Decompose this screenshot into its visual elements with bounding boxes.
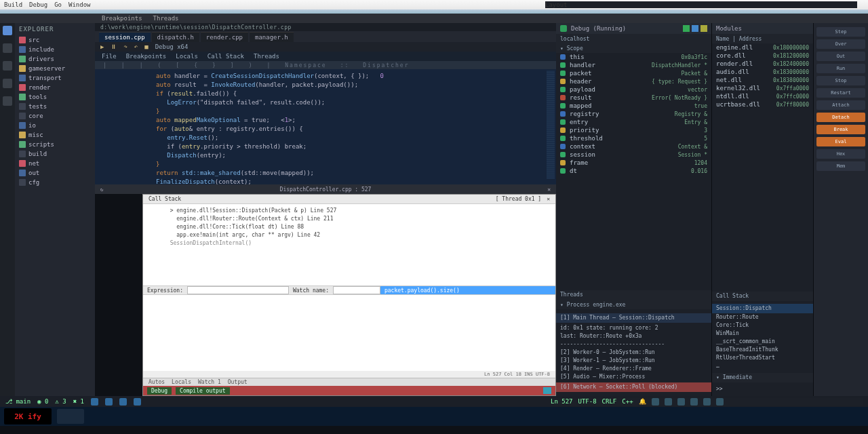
language-mode[interactable]: C++ — [622, 398, 633, 406]
errors-indicator[interactable]: ✖ 1 — [73, 398, 84, 405]
status-icon[interactable] — [665, 398, 672, 406]
status-icon[interactable] — [91, 398, 98, 406]
close-icon[interactable]: ✕ — [547, 186, 551, 193]
tab[interactable]: manager.h — [250, 32, 294, 42]
watch-input[interactable] — [333, 286, 380, 294]
folder-item[interactable]: misc — [15, 130, 95, 140]
encoding[interactable]: UTF-8 — [578, 398, 597, 406]
debug-action-button[interactable]: Over — [816, 39, 865, 49]
debug-action-button[interactable]: Eval — [816, 137, 865, 146]
status-icon[interactable] — [716, 398, 724, 406]
view-toggles[interactable] — [683, 25, 707, 32]
subitem[interactable]: Call Stack — [208, 53, 244, 60]
panel-tab[interactable]: Output — [228, 379, 248, 385]
callstack-header[interactable]: Call Stack — [712, 292, 813, 301]
folder-item[interactable]: src — [15, 35, 95, 45]
task-chip[interactable]: Debug — [147, 387, 172, 395]
menuitem-threads[interactable]: Threads — [153, 15, 179, 22]
variables-tree[interactable]: this0x0a3f1chandlerDispatchHandler *pack… — [556, 53, 711, 290]
status-icon[interactable] — [677, 398, 685, 406]
threads-list[interactable]: [1] Main Thread — Session::Dispatch id: … — [556, 309, 711, 396]
folder-item[interactable]: gameserver — [15, 64, 95, 73]
status-icon[interactable] — [134, 398, 141, 406]
output-area[interactable] — [143, 295, 555, 371]
warnings-indicator[interactable]: ⚠ 3 — [55, 398, 66, 405]
scope-toggle[interactable]: ▾ Scope — [560, 45, 583, 52]
notifications-icon[interactable]: 🔔 — [639, 398, 646, 406]
callstack-list[interactable]: > engine.dll!Session::Dispatch(Packet & … — [143, 204, 555, 285]
status-icon[interactable] — [703, 398, 711, 406]
process-row[interactable]: ▾ Process engine.exe — [556, 300, 711, 309]
breadcrumb[interactable]: d:\work\engine\runtime\session\DispatchC… — [95, 23, 556, 31]
code-editor[interactable]: auto handler = CreateSessionDispatchHand… — [95, 69, 556, 184]
continue-button[interactable]: ▶ — [100, 43, 104, 50]
modules-list[interactable]: engine.dll0x180000000core.dll0x181200000… — [712, 43, 813, 292]
panel-tab[interactable]: Locals — [172, 379, 191, 385]
sync-indicator[interactable]: ◉ 0 — [37, 398, 48, 405]
menu-window[interactable]: Window — [68, 1, 91, 8]
subitem[interactable]: Breakpoints — [126, 53, 167, 60]
menu-build[interactable]: Build — [4, 1, 22, 8]
menu-go[interactable]: Go — [54, 1, 62, 8]
debug-action-button[interactable]: Mem — [816, 161, 865, 171]
pause-button[interactable]: ⏸ — [111, 43, 117, 50]
activity-scm-icon[interactable] — [3, 61, 12, 71]
folder-item[interactable]: cfg — [15, 178, 95, 187]
panel-tab[interactable]: Autos — [149, 379, 165, 385]
debug-action-button[interactable]: Step — [816, 27, 865, 37]
activity-search-icon[interactable] — [3, 43, 12, 53]
activity-debug-icon[interactable] — [3, 79, 12, 88]
debug-action-button[interactable]: Out — [816, 52, 865, 61]
taskbar-app[interactable] — [57, 409, 84, 424]
tab[interactable]: session.cpp — [99, 32, 151, 42]
selected-expression[interactable]: packet.payload().size() — [380, 286, 555, 294]
status-icon[interactable] — [652, 398, 659, 406]
subitem[interactable]: File — [102, 53, 117, 60]
thread-combo[interactable]: [ Thread 0x1 ] — [496, 196, 541, 202]
callstack-list[interactable]: Session::DispatchRouter::RouteCore::Tick… — [712, 301, 813, 373]
folder-item[interactable]: include — [15, 45, 95, 54]
folder-item[interactable]: tools — [15, 92, 95, 102]
debug-action-button[interactable]: Run — [816, 64, 865, 73]
debug-action-button[interactable]: Break — [816, 125, 865, 134]
folder-item[interactable]: out — [15, 168, 95, 178]
expression-input[interactable] — [187, 286, 289, 294]
subitem[interactable]: Locals — [176, 53, 198, 60]
panel-tab[interactable]: Watch 1 — [198, 379, 221, 385]
task-chip[interactable]: Compile output — [176, 387, 229, 395]
taskbar-logo[interactable]: 2K ify — [4, 408, 52, 425]
menu-debug[interactable]: Debug — [29, 1, 47, 8]
tab[interactable]: render.cpp — [201, 32, 248, 42]
folder-item[interactable]: drivers — [15, 54, 95, 64]
step-over-button[interactable]: ↷ — [123, 43, 127, 50]
stop-button[interactable]: ■ — [144, 43, 148, 50]
refresh-icon[interactable]: ↻ — [100, 186, 104, 193]
folder-item[interactable]: scripts — [15, 140, 95, 149]
tab[interactable]: dispatch.h — [152, 32, 199, 42]
threads-header[interactable]: Threads — [556, 290, 711, 300]
step-into-button[interactable]: ↶ — [134, 43, 138, 50]
branch-indicator[interactable]: ⎇ main — [5, 398, 31, 405]
folder-item[interactable]: tests — [15, 102, 95, 111]
minimap[interactable] — [547, 71, 555, 179]
folder-item[interactable]: io — [15, 121, 95, 130]
debug-action-button[interactable]: Restart — [816, 88, 865, 98]
status-icon[interactable] — [105, 398, 113, 406]
menuitem-breakpoints[interactable]: Breakpoints — [102, 15, 142, 22]
status-icon[interactable] — [119, 398, 127, 406]
debug-action-button[interactable]: Hex — [816, 149, 865, 159]
folder-item[interactable]: net — [15, 159, 95, 168]
activity-explorer-icon[interactable] — [3, 26, 12, 35]
close-icon[interactable]: ✕ — [547, 196, 550, 202]
immediate-header[interactable]: ▾ Immediate — [712, 373, 813, 382]
layout-button[interactable]: Layout — [545, 1, 857, 8]
immediate-input[interactable]: >> — [712, 382, 813, 396]
debug-action-button[interactable]: Attach — [816, 100, 865, 110]
activity-ext-icon[interactable] — [3, 96, 12, 106]
cursor-pos[interactable]: Ln 527 — [551, 398, 573, 406]
debug-action-button[interactable]: Detach — [816, 113, 865, 122]
status-icon[interactable] — [690, 398, 698, 406]
folder-item[interactable]: transport — [15, 73, 95, 83]
eol[interactable]: CRLF — [602, 398, 617, 406]
folder-item[interactable]: core — [15, 111, 95, 121]
